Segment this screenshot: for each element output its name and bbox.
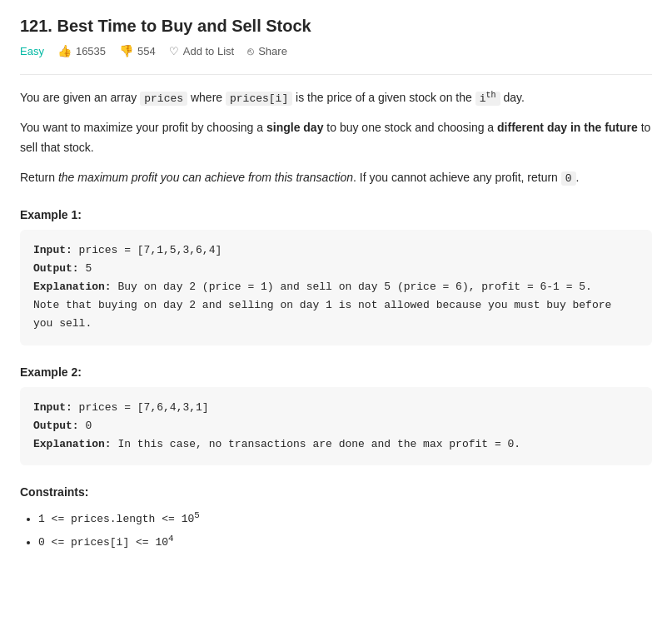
thumbs-up-icon: 👍 (57, 44, 72, 57)
desc-return-code: 0 (561, 171, 576, 186)
desc-return-before: Return (20, 171, 58, 184)
constraint-2-text: 0 <= prices[i] <= 104 (38, 536, 174, 549)
heart-icon: ♡ (169, 45, 179, 57)
desc-text-4: day. (500, 91, 525, 104)
dislikes-count: 554 (137, 45, 156, 57)
example-1-explanation: Explanation: Buy on day 2 (price = 1) an… (33, 278, 639, 333)
desc-text-3: is the price of a given stock on the (292, 91, 475, 104)
example-2-output-code: 0 (85, 420, 92, 432)
share-label: Share (258, 45, 287, 57)
example-1-output-code: 5 (85, 262, 92, 275)
likes-item: 👍 16535 (57, 44, 106, 57)
desc-text-1: You are given an array (20, 91, 140, 104)
example-2-explanation-label: Explanation: (33, 438, 117, 450)
example-1-explanation-label: Explanation: (33, 281, 117, 293)
example-2-explanation-text: In this case, no transactions are done a… (117, 438, 520, 450)
desc-code-1: prices (140, 92, 187, 106)
example-1-input-label: Input: (33, 244, 79, 256)
desc-return-italic: the maximum profit you can achieve from … (58, 171, 353, 184)
meta-bar: Easy 👍 16535 👎 554 ♡ Add to List ⎋ Share (20, 44, 652, 57)
example-2-input-label: Input: (33, 401, 79, 414)
desc-superscript: th (485, 91, 495, 100)
examples-section: Example 1: Input: prices = [7,1,5,3,6,4]… (20, 208, 652, 465)
constraints-section: Constraints: 1 <= prices.length <= 105 0… (20, 485, 652, 554)
example-1-output: Output: 5 (33, 260, 639, 278)
constraint-1-text: 1 <= prices.length <= 105 (38, 513, 200, 525)
example-1: Example 1: Input: prices = [7,1,5,3,6,4]… (20, 208, 652, 345)
example-2: Example 2: Input: prices = [7,6,4,3,1] O… (20, 365, 652, 465)
constraint-2-sup: 4 (168, 534, 174, 544)
description: You are given an array prices where pric… (20, 88, 652, 188)
example-2-title: Example 2: (20, 365, 652, 379)
share-icon: ⎋ (247, 45, 254, 57)
desc-code-3: ith (475, 92, 500, 106)
constraints-list: 1 <= prices.length <= 105 0 <= prices[i]… (20, 507, 652, 554)
constraints-title: Constraints: (20, 485, 652, 499)
example-1-explanation-text: Buy on day 2 (price = 1) and sell on day… (33, 281, 611, 330)
example-2-explanation: Explanation: In this case, no transactio… (33, 435, 639, 454)
problem-container: 121. Best Time to Buy and Sell Stock Eas… (20, 17, 652, 554)
divider (20, 74, 652, 75)
problem-title: 121. Best Time to Buy and Sell Stock (20, 17, 652, 36)
example-2-input: Input: prices = [7,6,4,3,1] (33, 399, 639, 417)
desc-code-2: prices[i] (226, 92, 292, 106)
desc-return-end: . (576, 171, 580, 184)
example-2-input-code: prices = [7,6,4,3,1] (79, 401, 209, 414)
constraint-1: 1 <= prices.length <= 105 (38, 507, 652, 530)
bold-different-day: different day in the future (497, 121, 638, 134)
add-to-list-button[interactable]: ♡ Add to List (169, 45, 234, 57)
example-2-output-label: Output: (33, 420, 85, 432)
share-button[interactable]: ⎋ Share (247, 45, 287, 57)
description-line3: Return the maximum profit you can achiev… (20, 168, 652, 188)
bold-single-day: single day (266, 121, 323, 134)
constraint-2: 0 <= prices[i] <= 104 (38, 530, 652, 554)
constraint-1-sup: 5 (194, 510, 200, 520)
description-line2: You want to maximize your profit by choo… (20, 118, 652, 158)
example-1-title: Example 1: (20, 208, 652, 221)
difficulty-badge: Easy (20, 45, 44, 57)
example-2-box: Input: prices = [7,6,4,3,1] Output: 0 Ex… (20, 387, 652, 465)
example-2-output: Output: 0 (33, 417, 639, 435)
add-to-list-label: Add to List (183, 45, 234, 57)
description-line1: You are given an array prices where pric… (20, 88, 652, 108)
example-1-box: Input: prices = [7,1,5,3,6,4] Output: 5 … (20, 230, 652, 345)
likes-count: 16535 (76, 45, 106, 57)
example-1-input-code: prices = [7,1,5,3,6,4] (79, 244, 222, 256)
desc-return-middle: . If you cannot achieve any profit, retu… (353, 171, 561, 184)
example-1-output-label: Output: (33, 262, 85, 275)
example-1-input: Input: prices = [7,1,5,3,6,4] (33, 241, 639, 260)
desc-text-2: where (187, 91, 226, 104)
dislikes-item: 👎 554 (119, 44, 156, 57)
thumbs-down-icon: 👎 (119, 44, 133, 57)
